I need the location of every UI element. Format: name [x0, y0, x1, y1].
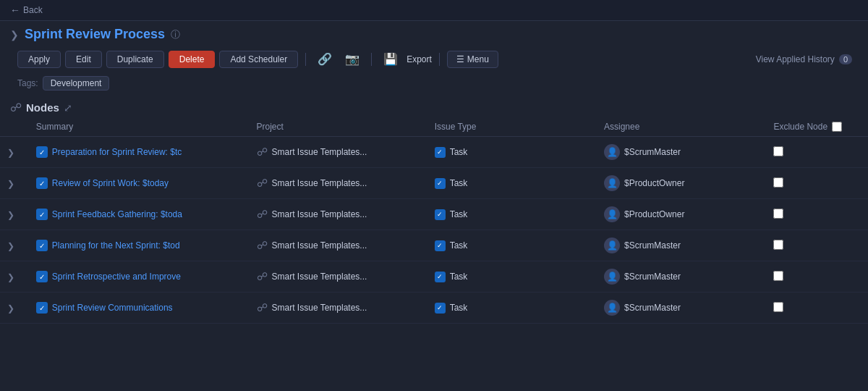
toolbar-divider3 — [439, 53, 440, 66]
col-summary-header: Summary — [29, 117, 250, 137]
assignee-cell: 👤 $ProductOwner — [597, 168, 766, 199]
exclude-cell — [766, 261, 868, 293]
summary-cell: ✓ Review of Sprint Work: $today — [29, 168, 250, 199]
back-button[interactable]: ← Back — [10, 4, 43, 16]
view-history-label: View Applied History — [756, 54, 835, 64]
menu-button[interactable]: ☰ Menu — [447, 51, 498, 68]
project-name: Smart Issue Templates... — [272, 240, 367, 251]
summary-link[interactable]: Sprint Feedback Gathering: $toda — [52, 209, 182, 219]
assignee-cell: 👤 $ProductOwner — [597, 199, 766, 230]
summary-checkbox[interactable]: ✓ — [36, 271, 48, 282]
row-expand-icon[interactable]: ❯ — [7, 210, 17, 220]
project-icon: ☍ — [257, 239, 268, 252]
issue-check-icon: ✓ — [435, 240, 446, 251]
row-expand-cell: ❯ — [0, 230, 29, 261]
project-name: Smart Issue Templates... — [272, 303, 367, 313]
issue-check-icon: ✓ — [435, 178, 446, 189]
camera-button[interactable]: 📷 — [341, 49, 364, 69]
avatar: 👤 — [604, 269, 620, 285]
apply-button[interactable]: Apply — [17, 51, 61, 68]
summary-link[interactable]: Preparation for Sprint Review: $tc — [52, 147, 182, 157]
project-icon: ☍ — [257, 177, 268, 190]
avatar: 👤 — [604, 300, 620, 316]
project-cell: ☍ Smart Issue Templates... — [250, 261, 427, 293]
row-expand-icon[interactable]: ❯ — [7, 272, 17, 282]
row-expand-icon[interactable]: ❯ — [7, 148, 17, 158]
col-issue-type-header: Issue Type — [427, 117, 597, 137]
row-expand-cell: ❯ — [0, 168, 29, 199]
tags-label: Tags: — [17, 78, 38, 88]
summary-link[interactable]: Planning for the Next Sprint: $tod — [52, 240, 180, 251]
row-expand-cell: ❯ — [0, 261, 29, 293]
exclude-row-checkbox[interactable] — [773, 302, 783, 312]
exclude-cell — [766, 199, 868, 230]
row-expand-cell: ❯ — [0, 199, 29, 230]
page-header: ❯ Sprint Review Process ⓘ — [0, 21, 868, 46]
issue-type-cell: ✓ Task — [427, 137, 597, 168]
assignee-name: $ScrumMaster — [624, 240, 681, 251]
exclude-cell — [766, 293, 868, 324]
tags-row: Tags: Development — [0, 75, 868, 96]
project-cell: ☍ Smart Issue Templates... — [250, 199, 427, 230]
row-expand-icon[interactable]: ❯ — [7, 179, 17, 189]
assignee-name: $ScrumMaster — [624, 272, 681, 282]
summary-checkbox[interactable]: ✓ — [36, 209, 48, 220]
assignee-cell: 👤 $ScrumMaster — [597, 261, 766, 293]
table-row: ❯ ✓ Sprint Review Communications ☍ Smart… — [0, 293, 868, 324]
summary-link[interactable]: Sprint Review Communications — [52, 303, 173, 313]
col-assignee-header: Assignee — [597, 117, 766, 137]
issue-type-label: Task — [450, 272, 468, 282]
summary-checkbox[interactable]: ✓ — [36, 240, 48, 251]
summary-checkbox[interactable]: ✓ — [36, 302, 48, 314]
issue-type-cell: ✓ Task — [427, 261, 597, 293]
summary-checkbox[interactable]: ✓ — [36, 177, 48, 189]
issue-type-label: Task — [450, 303, 468, 313]
exclude-cell — [766, 137, 868, 168]
col-project-header: Project — [250, 117, 427, 137]
table-row: ❯ ✓ Sprint Feedback Gathering: $toda ☍ S… — [0, 199, 868, 230]
exclude-row-checkbox[interactable] — [773, 209, 783, 219]
info-icon[interactable]: ⓘ — [171, 28, 180, 41]
summary-checkbox[interactable]: ✓ — [36, 146, 48, 158]
issue-check-icon: ✓ — [435, 272, 446, 282]
tag-development[interactable]: Development — [43, 76, 110, 91]
summary-cell: ✓ Sprint Retrospective and Improve — [29, 261, 250, 293]
duplicate-button[interactable]: Duplicate — [106, 51, 164, 68]
exclude-row-checkbox[interactable] — [773, 177, 783, 188]
summary-cell: ✓ Preparation for Sprint Review: $tc — [29, 137, 250, 168]
exclude-row-checkbox[interactable] — [773, 146, 783, 156]
link-button[interactable]: 🔗 — [313, 49, 336, 69]
table-row: ❯ ✓ Planning for the Next Sprint: $tod ☍… — [0, 230, 868, 261]
project-cell: ☍ Smart Issue Templates... — [250, 168, 427, 199]
exclude-row-checkbox[interactable] — [773, 240, 783, 250]
issue-type-cell: ✓ Task — [427, 199, 597, 230]
table-header-row: Summary Project Issue Type Assignee Excl… — [0, 117, 868, 137]
summary-link[interactable]: Review of Sprint Work: $today — [52, 178, 169, 188]
issue-check-icon: ✓ — [435, 147, 446, 158]
delete-button[interactable]: Delete — [169, 51, 216, 68]
back-arrow-icon: ← — [10, 4, 20, 16]
project-icon: ☍ — [257, 301, 268, 314]
project-name: Smart Issue Templates... — [272, 272, 367, 282]
row-expand-icon[interactable]: ❯ — [7, 241, 17, 251]
add-scheduler-button[interactable]: Add Scheduler — [219, 51, 298, 68]
edit-button[interactable]: Edit — [65, 51, 102, 68]
exclude-row-checkbox[interactable] — [773, 271, 783, 281]
view-history-button[interactable]: View Applied History 0 — [750, 51, 858, 67]
assignee-cell: 👤 $ScrumMaster — [597, 293, 766, 324]
sidebar-toggle-icon[interactable]: ❯ — [10, 29, 19, 41]
issue-type-label: Task — [450, 209, 468, 219]
project-icon: ☍ — [257, 208, 268, 221]
summary-cell: ✓ Planning for the Next Sprint: $tod — [29, 230, 250, 261]
export-icon-button[interactable]: 💾 — [379, 49, 402, 69]
issue-check-icon: ✓ — [435, 303, 446, 314]
project-name: Smart Issue Templates... — [272, 178, 367, 188]
assignee-name: $ScrumMaster — [624, 303, 681, 313]
exclude-all-checkbox[interactable] — [832, 122, 842, 132]
expand-icon[interactable]: ⤢ — [64, 102, 72, 114]
exclude-cell — [766, 230, 868, 261]
summary-link[interactable]: Sprint Retrospective and Improve — [52, 272, 181, 282]
row-expand-icon[interactable]: ❯ — [7, 303, 17, 314]
nodes-icon: ☍ — [10, 101, 22, 114]
avatar: 👤 — [604, 175, 620, 191]
